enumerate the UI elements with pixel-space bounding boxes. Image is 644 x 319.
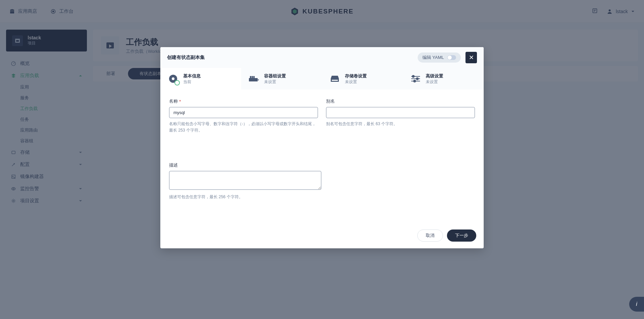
svg-point-21: [414, 80, 416, 82]
step-basic-title: 基本信息: [183, 73, 201, 79]
alias-label: 别名: [326, 98, 475, 104]
cancel-button[interactable]: 取消: [417, 229, 443, 242]
edit-yaml-label: 编辑 YAML: [422, 55, 444, 61]
step-advanced-sub: 未设置: [426, 79, 443, 85]
help-fab[interactable]: i: [629, 297, 644, 312]
svg-rect-14: [249, 78, 258, 81]
desc-input[interactable]: [169, 171, 321, 190]
edit-yaml-toggle[interactable]: 编辑 YAML: [418, 52, 461, 63]
desc-label: 描述: [169, 162, 475, 168]
alias-hint: 别名可包含任意字符，最长 63 个字符。: [326, 121, 475, 127]
svg-point-20: [416, 78, 418, 80]
svg-rect-18: [332, 80, 338, 81]
info-icon: i: [636, 301, 637, 307]
modal-title: 创建有状态副本集: [167, 55, 205, 61]
desc-hint: 描述可包含任意字符，最长 256 个字符。: [169, 194, 475, 200]
step-pod-sub: 未设置: [264, 79, 286, 85]
step-advanced-title: 高级设置: [426, 73, 443, 79]
name-label: 名称 *: [169, 98, 318, 104]
step-volume-sub: 未设置: [345, 79, 367, 85]
alias-input[interactable]: [326, 107, 475, 118]
wizard-steps: 基本信息 当前 容器组设置 未设置 存储卷设置 未设置: [160, 68, 484, 90]
svg-rect-17: [253, 76, 255, 78]
step-basic-info[interactable]: 基本信息 当前: [160, 68, 241, 90]
next-button[interactable]: 下一步: [447, 229, 476, 242]
toggle-switch: [447, 55, 456, 60]
svg-rect-16: [252, 76, 253, 78]
container-icon: [248, 73, 260, 85]
svg-rect-15: [250, 76, 251, 78]
disc-icon: [167, 73, 179, 85]
close-button[interactable]: ✕: [465, 52, 477, 63]
sliders-icon: [410, 73, 422, 85]
step-pod-title: 容器组设置: [264, 73, 286, 79]
name-input[interactable]: [169, 107, 318, 118]
create-statefulset-modal: 创建有状态副本集 编辑 YAML ✕ 基本信息 当前: [160, 47, 484, 248]
close-icon: ✕: [469, 54, 474, 61]
svg-point-13: [172, 77, 174, 80]
step-basic-sub: 当前: [183, 79, 201, 85]
step-advanced-settings[interactable]: 高级设置 未设置: [403, 68, 484, 90]
step-pod-settings[interactable]: 容器组设置 未设置: [241, 68, 322, 90]
step-volume-title: 存储卷设置: [345, 73, 367, 79]
name-hint: 名称只能包含小写字母、数字和连字符（-），必须以小写字母或数字开头和结尾，最长 …: [169, 121, 318, 134]
required-mark: *: [179, 99, 181, 104]
volume-icon: [329, 73, 341, 85]
modal-overlay: 创建有状态副本集 编辑 YAML ✕ 基本信息 当前: [0, 0, 644, 319]
step-volume-settings[interactable]: 存储卷设置 未设置: [322, 68, 403, 90]
svg-point-19: [412, 75, 414, 77]
